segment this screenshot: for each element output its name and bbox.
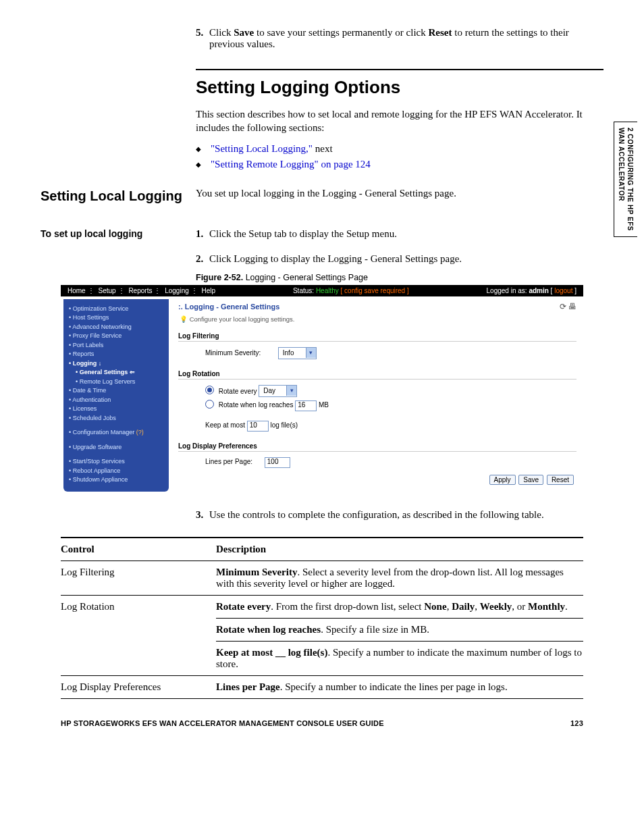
sidebar-item[interactable]: • Port Labels <box>69 341 163 350</box>
nav-setup[interactable]: Setup <box>98 287 115 294</box>
help-icon[interactable]: (?) <box>136 429 144 436</box>
sidebar-item[interactable]: • Shutdown Appliance <box>69 475 163 485</box>
sidebar-item[interactable]: • Reboot Appliance <box>69 467 163 476</box>
step-3-num: 3. <box>196 509 209 521</box>
keep-input[interactable]: 10 <box>247 421 269 432</box>
screenshot: Home⋮ Setup⋮ Reports⋮ Logging⋮ Help Stat… <box>61 285 583 494</box>
min-severity-value: Info <box>279 349 306 357</box>
txt: Weekly <box>480 601 512 612</box>
shot-login: Logged in as: admin [ logout ] <box>487 287 576 294</box>
reset-button[interactable]: Reset <box>547 475 574 485</box>
figure-caption: Figure 2-52. Logging - General Settings … <box>196 273 603 282</box>
txt: to save your settings permanently or cli… <box>254 27 428 38</box>
min-severity-label: Minimum Severity: <box>205 349 276 357</box>
sidebar-item[interactable]: • Optimization Service <box>69 305 163 314</box>
min-severity-select[interactable]: Info▾ <box>278 347 317 359</box>
step-5-text: Click Save to save your settings permane… <box>209 27 603 50</box>
txt: None <box>424 601 446 612</box>
print-icon[interactable]: 🖶 <box>568 302 576 311</box>
step-1-num: 1. <box>196 228 209 240</box>
sidebar-item-logging[interactable]: • Logging ↓ <box>69 359 163 369</box>
figure-number: Figure 2-52. <box>196 273 243 282</box>
txt: Click <box>209 27 234 38</box>
step-5: 5. Click Save to save your settings perm… <box>196 27 603 50</box>
refresh-icon[interactable]: ⟳ <box>560 302 566 311</box>
txt: , <box>475 601 480 612</box>
sidebar-item[interactable]: • Start/Stop Services <box>69 457 163 467</box>
step-3-text: Use the controls to complete the configu… <box>209 509 603 521</box>
rotate-every-select[interactable]: Day▾ <box>259 385 297 397</box>
logout-link[interactable]: logout <box>554 287 572 294</box>
footer-title: HP STORAGEWORKS EFS WAN ACCELERATOR MANA… <box>61 719 384 727</box>
link-remote-logging[interactable]: "Setting Remote Logging" on page 124 <box>211 159 371 170</box>
radio-rotate-when[interactable] <box>205 400 214 409</box>
shot-main: :. Logging - General Settings ⟳ 🖶 💡 Conf… <box>171 296 583 494</box>
panel-icons: ⟳ 🖶 <box>560 302 576 311</box>
field-min-severity: Minimum Severity: Info▾ <box>178 346 576 361</box>
sidebar-item-upgrade[interactable]: • Upgrade Software <box>69 443 163 452</box>
nav-logging[interactable]: Logging <box>165 287 189 294</box>
chevron-down-icon: ▾ <box>306 348 316 358</box>
status-warn: [ config save required ] <box>341 287 409 294</box>
section-log-filtering: Log Filtering <box>178 330 576 342</box>
rotate-when-label: Rotate when log reaches <box>219 401 294 409</box>
cell-control: Log Display Preferences <box>61 681 216 693</box>
table-row: Log Filtering Minimum Severity. Select a… <box>61 561 583 596</box>
th-description: Description <box>216 544 583 555</box>
txt: Monthly <box>528 601 565 612</box>
step-2-text: Click Logging to display the Logging - G… <box>209 253 603 265</box>
rotate-every-value: Day <box>259 387 286 394</box>
cell-desc: Lines per Page. Specify a number to indi… <box>216 681 583 693</box>
sidebar-item[interactable]: • Authentication <box>69 396 163 405</box>
table-row: Log Display Preferences Lines per Page. … <box>61 676 583 699</box>
section-heading: Setting Logging Options <box>196 77 603 98</box>
sidebar-item[interactable]: • Reports <box>69 350 163 359</box>
sidebar-item[interactable]: • Licenses <box>69 405 163 414</box>
rotate-every-label: Rotate every <box>219 387 257 394</box>
sidebar-item[interactable]: • Scheduled Jobs <box>69 414 163 423</box>
apply-button[interactable]: Apply <box>489 475 516 485</box>
txt: . From the first drop-down list, select <box>271 601 424 612</box>
lpp-input[interactable]: 100 <box>265 457 290 468</box>
section-log-display: Log Display Preferences <box>178 440 576 452</box>
txt: Minimum Severity <box>216 567 297 577</box>
sidebar-subitem-general[interactable]: • General Settings ⇐ <box>69 368 163 377</box>
chevron-down-icon: ▾ <box>286 386 296 396</box>
txt: [ <box>549 287 554 294</box>
sidebar-item[interactable]: • Proxy File Service <box>69 332 163 341</box>
reset-word: Reset <box>429 27 452 38</box>
controls-table: Control Description Log Filtering Minimu… <box>61 537 583 699</box>
rotate-when-input[interactable]: 16 <box>295 400 317 411</box>
chapter-tab: 2 CONFIGURING THE HP EFS WAN ACCELERATOR <box>614 122 637 237</box>
sidebar-item[interactable]: • Advanced Networking <box>69 323 163 332</box>
field-rotate-when: Rotate when log reaches 16 MB <box>178 398 576 413</box>
step-3: 3. Use the controls to complete the conf… <box>196 509 603 521</box>
keep-unit: log file(s) <box>270 421 298 429</box>
procedure-heading: To set up local logging <box>41 228 182 239</box>
save-button[interactable]: Save <box>518 475 543 485</box>
txt: . Specify a file size in MB. <box>321 624 429 635</box>
txt: Lines per Page <box>216 681 280 692</box>
section-bullets: "Setting Local Logging," next "Setting R… <box>196 143 603 170</box>
field-lines-per-page: Lines per Page: 100 <box>178 456 576 469</box>
nav-help[interactable]: Help <box>202 287 216 294</box>
figure-title: Logging - General Settings Page <box>243 273 368 282</box>
section-rule <box>196 69 603 70</box>
txt: Rotate when log reaches <box>216 624 321 635</box>
shot-status: Status: Healthy [ config save required ] <box>293 287 409 294</box>
sidebar-item-config-mgr[interactable]: • Configuration Manager (?) <box>69 428 163 438</box>
nav-home[interactable]: Home <box>68 287 86 294</box>
bullet-remote-logging: "Setting Remote Logging" on page 124 <box>196 159 603 170</box>
sidebar-subitem-remote[interactable]: • Remote Log Servers <box>69 377 163 387</box>
tip-text: Configure your local logging settings. <box>190 315 295 323</box>
step-5-num: 5. <box>196 27 209 50</box>
sidebar-item[interactable]: • Host Settings <box>69 313 163 323</box>
nav-reports[interactable]: Reports <box>128 287 152 294</box>
sidebar-item[interactable]: • Date & Time <box>69 386 163 396</box>
txt: next <box>313 143 333 154</box>
radio-rotate-every[interactable] <box>205 386 214 394</box>
keep-label: Keep at most <box>205 421 245 429</box>
link-local-logging[interactable]: "Setting Local Logging," <box>211 143 313 154</box>
txt: . Specify a number to indicate the lines… <box>280 681 508 692</box>
subsection-intro: You set up local logging in the Logging … <box>196 188 603 199</box>
